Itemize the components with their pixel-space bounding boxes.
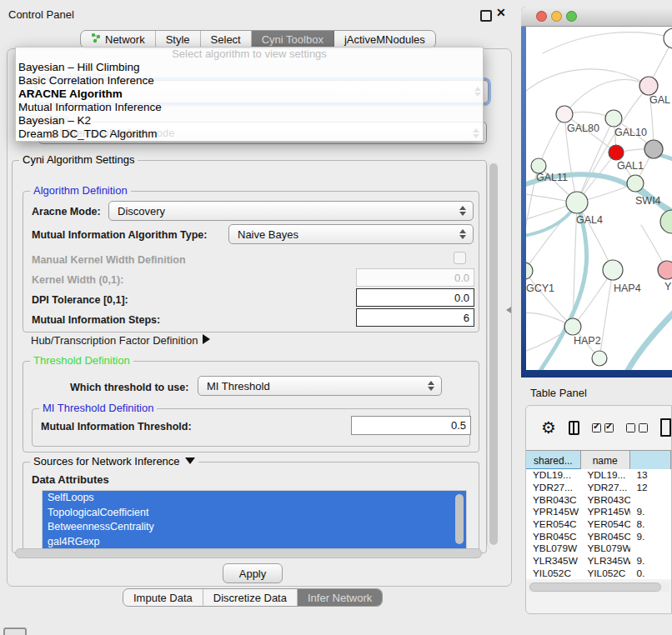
node-gal10-label: GAL10 [614, 127, 647, 138]
settings-horizontal-scrollbar[interactable] [13, 548, 485, 559]
node-green-right[interactable] [660, 210, 672, 233]
float-window-icon[interactable] [480, 10, 492, 22]
algorithm-option-bayesian-hill-climbing[interactable]: Bayesian – Hill Climbing [16, 61, 483, 74]
column-header-2[interactable] [630, 451, 671, 470]
mi-threshold-input[interactable] [351, 416, 471, 435]
tab-network[interactable]: Network [81, 31, 156, 48]
algorithm-option-bayesian-k2[interactable]: Bayesian – K2 [16, 114, 483, 128]
tab-discretize-data[interactable]: Discretize Data [203, 589, 298, 606]
network-edge [564, 80, 649, 114]
table-panel-title: Table Panel [530, 387, 587, 399]
which-threshold-combobox[interactable]: MI Threshold [198, 376, 442, 396]
network-canvas[interactable]: GALGAL80GAL10GAL1SWI4GAL11GAL4GCY1HAP4YH… [526, 27, 672, 370]
node-hap4[interactable] [603, 260, 623, 280]
mac-minimize-icon[interactable] [551, 11, 562, 22]
table-row[interactable]: YBR045CYBR045C9. [526, 530, 671, 542]
aracne-mode-label: Aracne Mode: [32, 206, 101, 218]
mi-threshold-definition-group: MI Threshold Definition Mutual Informati… [32, 408, 470, 447]
list-scrollbar-thumb[interactable] [455, 494, 464, 544]
gear-icon[interactable] [541, 418, 556, 438]
column-header-shared[interactable]: shared... [526, 451, 581, 470]
data-attribute-betweennesscentrality[interactable]: BetweennessCentrality [43, 520, 466, 535]
expanded-arrow-icon [185, 458, 195, 464]
table-row[interactable]: YBR043CYBR043C [526, 493, 671, 506]
settings-hscroll-thumb[interactable] [15, 548, 482, 558]
algorithm-definition-title: Algorithm Definition [30, 184, 131, 197]
table-row[interactable]: YBL079WYBL079W [526, 542, 671, 555]
network-edge [543, 32, 672, 53]
tab-impute-data[interactable]: Impute Data [123, 589, 203, 606]
table-cell: 9. [630, 506, 671, 518]
tab-style[interactable]: Style [156, 31, 201, 48]
mac-close-icon[interactable] [536, 11, 547, 22]
node-bottom[interactable] [592, 351, 607, 366]
document-icon[interactable] [660, 418, 671, 437]
node-gal10[interactable] [605, 110, 622, 127]
tab-cyni-toolbox[interactable]: Cyni Toolbox [252, 31, 334, 48]
algorithm-option-dream8-dc-tdc-algorithm[interactable]: Dream8 DC_TDC Algorithm [16, 128, 483, 141]
node-hap2[interactable] [564, 318, 581, 335]
node-gal-pink[interactable] [639, 77, 658, 95]
table-cell: YBR045C [580, 531, 629, 542]
checked-pair-icon[interactable] [592, 423, 614, 432]
table-row[interactable]: YIL052CYIL052C0. [526, 568, 671, 580]
node-y-pink[interactable] [658, 261, 672, 279]
node-gcy1[interactable] [526, 262, 533, 279]
kernel-width-input[interactable] [356, 268, 474, 287]
tab-jactivemnodules[interactable]: jActiveMNodules [334, 31, 435, 48]
tab-label: jActiveMNodules [344, 33, 425, 46]
node-top[interactable] [664, 28, 672, 48]
table-cell: YBR045C [526, 531, 580, 542]
table-cell: YBL079W [526, 542, 580, 554]
mi-steps-input[interactable] [356, 308, 474, 327]
dpi-tolerance-input[interactable] [356, 288, 474, 307]
minimized-panel-button[interactable] [3, 628, 27, 635]
splitter-collapse-icon[interactable] [506, 307, 511, 313]
control-panel-tabbar: NetworkStyleSelectCyni ToolboxjActiveMNo… [80, 30, 436, 48]
settings-vscroll-thumb[interactable] [489, 163, 498, 545]
node-gray[interactable] [644, 140, 663, 158]
data-attribute-selfloops[interactable]: SelfLoops [43, 491, 466, 506]
table-row[interactable]: YPR145WYPR145W9. [526, 506, 671, 518]
unchecked-pair-icon[interactable] [626, 423, 648, 432]
apply-button[interactable]: Apply [223, 563, 283, 583]
tab-label: Discretize Data [213, 592, 287, 604]
node-swi4[interactable] [627, 175, 644, 192]
data-attributes-label: Data Attributes [32, 473, 109, 486]
hub-tf-definition-toggle[interactable]: Hub/Transcription Factor Definition [31, 332, 210, 348]
tab-infer-network[interactable]: Infer Network [298, 589, 382, 606]
tab-select[interactable]: Select [201, 31, 252, 48]
table-horizontal-scrollbar[interactable] [528, 582, 669, 592]
manual-kernel-width-checkbox[interactable] [454, 252, 466, 264]
column-header-name[interactable]: name [581, 451, 630, 470]
data-attribute-topologicalcoefficient[interactable]: TopologicalCoefficient [43, 506, 466, 521]
table-hscroll-thumb[interactable] [529, 582, 661, 592]
table-header-row: shared...name [526, 450, 671, 471]
table-row[interactable]: YER054CYER054C8. [526, 518, 671, 531]
network-window-titlebar[interactable] [521, 7, 672, 27]
data-attribute-gal4rgexp[interactable]: gal4RGexp [43, 535, 466, 550]
combo-stepper-icon [459, 206, 466, 216]
table-row[interactable]: YLR345WYLR345W9. [526, 555, 671, 568]
mi-algorithm-type-combobox[interactable]: Naive Bayes [228, 224, 474, 244]
table-row[interactable]: YDR27...YDR27...12 [526, 482, 671, 494]
algorithm-option-mutual-information-inference[interactable]: Mutual Information Inference [16, 101, 483, 114]
algorithm-option-aracne-algorithm[interactable]: ARACNE Algorithm [16, 88, 483, 101]
sources-title[interactable]: Sources for Network Inference [30, 455, 198, 468]
node-gal4-label: GAL4 [576, 214, 603, 226]
network-edge [526, 212, 571, 237]
settings-vertical-scrollbar[interactable] [487, 162, 500, 549]
algorithm-option-basic-correlation-inference[interactable]: Basic Correlation Inference [16, 74, 483, 88]
table-row[interactable]: YDL19...YDL19...13 [526, 469, 671, 482]
node-gal80[interactable] [556, 106, 573, 122]
close-panel-icon[interactable] [496, 6, 506, 19]
columns-icon[interactable] [569, 421, 579, 435]
node-gal1[interactable] [609, 145, 624, 160]
node-gal4[interactable] [566, 192, 588, 213]
mac-zoom-icon[interactable] [566, 11, 577, 22]
cyni-bottom-tabbar: Impute DataDiscretize DataInfer Network [123, 588, 383, 607]
mi-algorithm-type-label: Mutual Information Algorithm Type: [32, 229, 207, 241]
aracne-mode-combobox[interactable]: Discovery [108, 201, 474, 221]
cyni-algorithm-settings-group: Cyni Algorithm Settings Algorithm Defini… [12, 160, 487, 553]
network-edge [599, 270, 613, 358]
